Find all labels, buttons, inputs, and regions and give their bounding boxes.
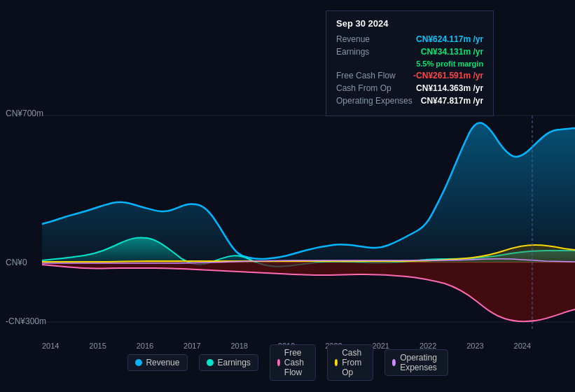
revenue-dot bbox=[134, 359, 141, 366]
y-label-bot: -CN¥300m bbox=[6, 316, 46, 326]
legend-label-cashfromop: Cash From Op bbox=[342, 348, 366, 377]
tooltip-row-cashfromop: Cash From Op CN¥114.363m /yr bbox=[336, 83, 483, 93]
tooltip-row-fcf: Free Cash Flow -CN¥261.591m /yr bbox=[336, 71, 483, 80]
legend-item-fcf[interactable]: Free Cash Flow bbox=[270, 344, 316, 381]
legend-label-opex: Operating Expenses bbox=[400, 353, 440, 372]
legend-label-earnings: Earnings bbox=[217, 358, 250, 368]
legend-item-earnings[interactable]: Earnings bbox=[198, 354, 258, 371]
tooltip-row-earnings: Earnings CN¥34.131m /yr bbox=[336, 47, 483, 57]
tooltip-row-opex: Operating Expenses CN¥47.817m /yr bbox=[336, 96, 483, 106]
earnings-dot bbox=[206, 359, 213, 366]
fcf-value: -CN¥261.591m /yr bbox=[413, 71, 483, 80]
y-label-top: CN¥700m bbox=[6, 108, 43, 118]
earnings-label: Earnings bbox=[336, 47, 369, 57]
opex-dot bbox=[392, 359, 396, 366]
legend-item-opex[interactable]: Operating Expenses bbox=[385, 349, 448, 376]
cashfromop-label: Cash From Op bbox=[336, 83, 392, 93]
x-label-2024: 2024 bbox=[514, 342, 531, 350]
revenue-value: CN¥624.117m /yr bbox=[416, 34, 483, 44]
tooltip-date: Sep 30 2024 bbox=[336, 18, 483, 29]
earnings-value: CN¥34.131m /yr bbox=[421, 47, 483, 57]
fcf-label: Free Cash Flow bbox=[336, 71, 396, 80]
profit-margin-badge: 5.5% profit margin bbox=[416, 59, 483, 68]
legend-item-revenue[interactable]: Revenue bbox=[127, 354, 187, 371]
chart-container: CN¥700m CN¥0 -CN¥300m 2014 2015 2016 201… bbox=[0, 0, 575, 392]
x-label-2014: 2014 bbox=[42, 342, 59, 350]
legend: Revenue Earnings Free Cash Flow Cash Fro… bbox=[127, 344, 448, 381]
legend-item-cashfromop[interactable]: Cash From Op bbox=[327, 344, 373, 381]
y-label-mid: CN¥0 bbox=[6, 258, 27, 267]
tooltip-row-revenue: Revenue CN¥624.117m /yr bbox=[336, 34, 483, 44]
tooltip-card: Sep 30 2024 Revenue CN¥624.117m /yr Earn… bbox=[326, 10, 494, 116]
x-label-2023: 2023 bbox=[466, 342, 483, 350]
revenue-label: Revenue bbox=[336, 34, 370, 44]
legend-label-revenue: Revenue bbox=[146, 358, 179, 368]
opex-label: Operating Expenses bbox=[336, 96, 413, 106]
cashfromop-value: CN¥114.363m /yr bbox=[416, 83, 483, 93]
cashfromop-dot bbox=[335, 359, 338, 366]
x-label-2015: 2015 bbox=[89, 342, 106, 350]
legend-label-fcf: Free Cash Flow bbox=[284, 348, 308, 377]
opex-value: CN¥47.817m /yr bbox=[421, 96, 483, 106]
fcf-dot bbox=[277, 359, 280, 366]
profit-margin-row: 5.5% profit margin bbox=[336, 59, 483, 68]
